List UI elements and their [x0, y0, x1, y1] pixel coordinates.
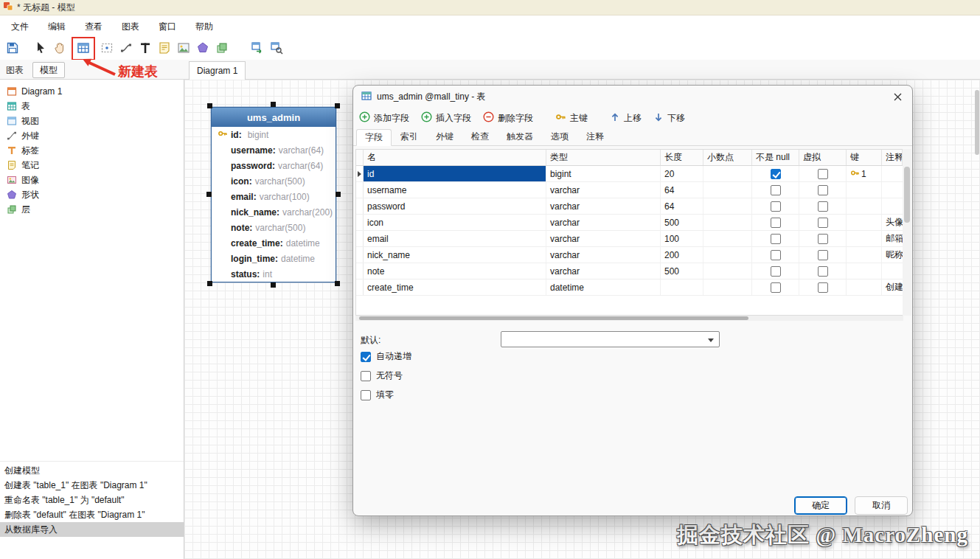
auto-increment-checkbox[interactable] [361, 352, 371, 362]
tree-item-foreign-keys[interactable]: 外键 [0, 128, 184, 143]
cell-field-decimals[interactable] [703, 231, 752, 246]
cell-field-type[interactable]: varchar [546, 182, 661, 198]
cell-key[interactable] [847, 231, 882, 246]
tree-item-notes[interactable]: 笔记 [0, 158, 184, 173]
pan-tool-button[interactable] [50, 39, 69, 58]
scrollbar-thumb[interactable] [359, 316, 748, 320]
history-item-selected[interactable]: 从数据库导入 [0, 522, 184, 537]
not-null-checkbox[interactable] [771, 185, 781, 195]
cell-field-length[interactable]: 500 [661, 215, 703, 230]
tree-item-views[interactable]: 视图 [0, 114, 184, 128]
tab-fields[interactable]: 字段 [356, 129, 392, 146]
cell-field-name[interactable]: icon [364, 215, 546, 230]
tab-triggers[interactable]: 触发器 [498, 128, 542, 145]
cell-key[interactable] [847, 247, 882, 263]
history-item[interactable]: 重命名表 "table_1" 为 "default" [0, 493, 184, 507]
entity-title[interactable]: ums_admin [212, 108, 336, 127]
grid-vertical-scrollbar[interactable] [903, 149, 911, 316]
not-null-checkbox[interactable] [771, 201, 781, 212]
virtual-checkbox[interactable] [818, 218, 828, 228]
save-button[interactable] [3, 39, 22, 58]
resize-handle[interactable] [335, 103, 340, 108]
ok-button[interactable]: 确定 [794, 496, 847, 515]
resize-handle[interactable] [207, 281, 212, 286]
tab-foreign-keys[interactable]: 外键 [427, 128, 462, 145]
new-view-button[interactable] [97, 39, 117, 58]
cell-field-length[interactable] [661, 280, 703, 295]
doc-tab-diagram-1[interactable]: Diagram 1 [189, 61, 246, 80]
tab-checks[interactable]: 检查 [462, 128, 498, 145]
history-item[interactable]: 创建模型 [0, 463, 184, 478]
cell-field-decimals[interactable] [703, 280, 752, 295]
cell-comment[interactable] [882, 263, 903, 279]
tree-item-tables[interactable]: 表 [0, 99, 184, 114]
cell-field-type[interactable]: varchar [546, 231, 661, 246]
menu-diagram[interactable]: 图表 [112, 17, 149, 37]
close-icon[interactable] [890, 89, 905, 104]
cell-comment[interactable]: 昵称 [882, 247, 903, 263]
resize-handle[interactable] [336, 192, 341, 197]
cell-field-name[interactable]: id [364, 166, 546, 181]
cell-field-decimals[interactable] [703, 263, 752, 279]
cancel-button[interactable]: 取消 [855, 496, 908, 515]
note-tool-button[interactable] [155, 39, 174, 58]
new-table-button[interactable] [74, 39, 93, 58]
virtual-checkbox[interactable] [818, 234, 828, 244]
menu-edit[interactable]: 编辑 [38, 17, 75, 37]
cell-field-name[interactable]: create_time [364, 280, 546, 295]
not-null-checkbox[interactable] [771, 218, 781, 228]
not-null-checkbox[interactable] [771, 266, 781, 277]
menu-file[interactable]: 文件 [1, 17, 38, 37]
cell-field-length[interactable]: 500 [661, 263, 703, 279]
select-tool-button[interactable] [31, 39, 50, 58]
not-null-checkbox[interactable] [771, 282, 781, 293]
tree-item-layers[interactable]: 层 [0, 202, 184, 217]
move-up-button[interactable]: 上移 [610, 112, 642, 125]
tree-item-diagram-1[interactable]: Diagram 1 [0, 84, 184, 99]
cell-field-name[interactable]: username [364, 182, 546, 198]
resize-handle[interactable] [271, 282, 276, 288]
cell-field-length[interactable]: 64 [661, 182, 703, 198]
cell-key[interactable] [847, 182, 882, 198]
foreign-key-tool-button[interactable] [117, 39, 136, 58]
cell-comment[interactable] [882, 198, 903, 214]
tab-comment[interactable]: 注释 [577, 128, 613, 145]
mode-tab-model[interactable]: 模型 [32, 62, 65, 78]
unsigned-checkbox[interactable] [361, 371, 371, 381]
virtual-checkbox[interactable] [818, 185, 828, 195]
zerofill-checkbox[interactable] [361, 390, 371, 400]
cell-field-length[interactable]: 20 [661, 166, 703, 181]
primary-key-button[interactable]: 主键 [555, 111, 588, 125]
tree-item-images[interactable]: 图像 [0, 173, 184, 187]
not-null-checkbox[interactable] [771, 250, 781, 260]
cell-field-type[interactable]: datetime [546, 280, 661, 295]
cell-field-length[interactable]: 200 [661, 247, 703, 263]
tree-item-labels[interactable]: 标签 [0, 143, 184, 158]
cell-field-length[interactable]: 64 [661, 198, 703, 214]
scrollbar-thumb[interactable] [904, 167, 910, 223]
not-null-checkbox[interactable] [771, 169, 781, 179]
cell-key[interactable] [847, 215, 882, 230]
image-tool-button[interactable] [174, 39, 193, 58]
resize-handle[interactable] [207, 103, 212, 108]
virtual-checkbox[interactable] [818, 282, 828, 293]
preview-button[interactable] [267, 39, 286, 58]
resize-handle[interactable] [271, 102, 276, 107]
menu-view[interactable]: 查看 [75, 17, 112, 37]
menu-help[interactable]: 帮助 [186, 17, 223, 37]
history-item[interactable]: 删除表 "default" 在图表 "Diagram 1" [0, 507, 184, 522]
cell-field-decimals[interactable] [703, 215, 752, 230]
cell-key[interactable] [847, 198, 882, 214]
cell-field-type[interactable]: varchar [546, 198, 661, 214]
move-down-button[interactable]: 下移 [653, 112, 685, 125]
not-null-checkbox[interactable] [771, 234, 781, 244]
virtual-checkbox[interactable] [818, 250, 828, 260]
cell-field-type[interactable]: varchar [546, 263, 661, 279]
cell-comment[interactable] [882, 166, 903, 181]
virtual-checkbox[interactable] [818, 169, 828, 179]
add-field-button[interactable]: 添加字段 [359, 111, 409, 125]
tab-indexes[interactable]: 索引 [392, 128, 427, 145]
dialog-titlebar[interactable]: ums_admin @mall_tiny - 表 [353, 86, 912, 108]
virtual-checkbox[interactable] [818, 266, 828, 277]
cell-comment[interactable]: 创建 [882, 280, 903, 295]
